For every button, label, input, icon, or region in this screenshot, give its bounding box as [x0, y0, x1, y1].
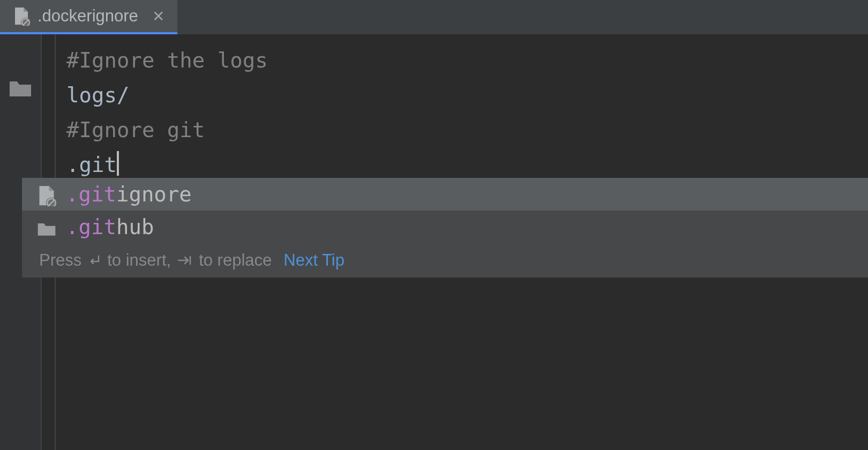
- tab-key-icon: [176, 254, 193, 266]
- autocomplete-match: .git: [66, 215, 116, 239]
- file-ignore-icon: [13, 6, 30, 26]
- autocomplete-hint: Press to insert, to replace Next Tip: [22, 243, 868, 278]
- enter-key-icon: [87, 253, 102, 268]
- autocomplete-label: .gitignore: [66, 182, 192, 206]
- close-icon[interactable]: ✕: [152, 8, 164, 25]
- autocomplete-match: .git: [66, 182, 116, 206]
- autocomplete-item-gitignore[interactable]: .gitignore: [22, 178, 868, 211]
- text-cursor: [117, 151, 119, 176]
- code-line: .git: [66, 147, 857, 182]
- file-ignore-icon: [37, 185, 56, 204]
- autocomplete-rest: hub: [116, 215, 154, 239]
- code-text: .git: [66, 153, 117, 177]
- folder-icon[interactable]: [9, 78, 32, 98]
- code-line: #Ignore the logs: [66, 43, 857, 78]
- hint-text: to replace: [199, 251, 272, 270]
- folder-icon: [37, 218, 56, 237]
- next-tip-link[interactable]: Next Tip: [283, 251, 345, 270]
- code-line: logs/: [66, 78, 857, 112]
- tab-bar: .dockerignore ✕: [0, 0, 868, 34]
- autocomplete-item-github[interactable]: .github: [22, 211, 868, 243]
- hint-text: to insert,: [107, 251, 171, 270]
- tab-dockerignore[interactable]: .dockerignore ✕: [0, 0, 177, 34]
- autocomplete-popup: .gitignore .github Press to insert, to r…: [22, 178, 868, 278]
- autocomplete-rest: ignore: [116, 182, 192, 206]
- tab-label: .dockerignore: [38, 6, 138, 26]
- hint-text: Press: [39, 251, 81, 270]
- code-line: #Ignore git: [66, 112, 857, 147]
- autocomplete-label: .github: [66, 215, 154, 239]
